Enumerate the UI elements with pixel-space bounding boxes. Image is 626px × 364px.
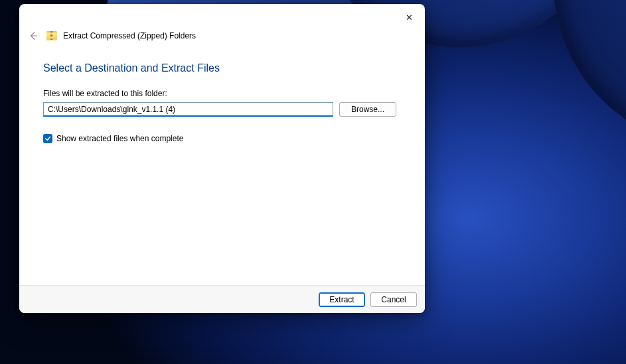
dialog-header: Extract Compressed (Zipped) Folders <box>19 28 425 44</box>
destination-path-input[interactable] <box>43 102 333 117</box>
instruction-heading: Select a Destination and Extract Files <box>43 62 401 74</box>
extract-zip-dialog: ✕ Extract Compressed (Zipped) Folders Se… <box>19 4 425 313</box>
checkmark-icon <box>44 135 51 142</box>
back-button[interactable] <box>26 29 40 43</box>
browse-button[interactable]: Browse... <box>339 102 396 117</box>
cancel-button[interactable]: Cancel <box>370 292 417 307</box>
dialog-footer: Extract Cancel <box>19 285 425 313</box>
zip-folder-icon <box>46 31 57 40</box>
path-field-label: Files will be extracted to this folder: <box>43 89 401 98</box>
extract-button[interactable]: Extract <box>319 292 365 307</box>
dialog-content: Select a Destination and Extract Files F… <box>19 44 425 285</box>
titlebar: ✕ <box>19 4 425 29</box>
close-button[interactable]: ✕ <box>397 8 421 27</box>
close-icon: ✕ <box>406 13 413 22</box>
show-files-checkbox[interactable] <box>43 134 52 143</box>
dialog-title: Extract Compressed (Zipped) Folders <box>63 31 196 40</box>
show-files-checkbox-label: Show extracted files when complete <box>56 134 183 143</box>
back-arrow-icon <box>29 31 38 40</box>
